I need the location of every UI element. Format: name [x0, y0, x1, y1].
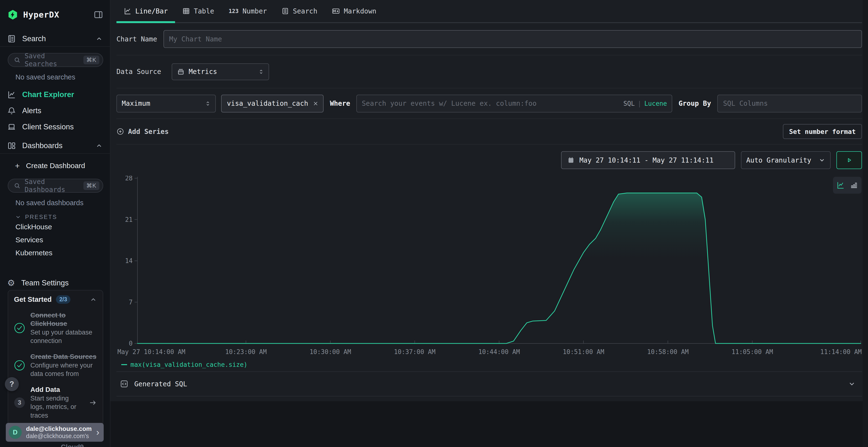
data-source-select[interactable]: Metrics [172, 63, 269, 80]
saved-dashboards-input[interactable]: Saved Dashboards ⌘K [8, 179, 103, 193]
date-range-picker[interactable]: May 27 10:14:11 - May 27 11:14:11 [561, 151, 735, 169]
app: HyperDX Search Saved Searches ⌘K No save… [0, 0, 868, 447]
saved-searches-placeholder: Saved Searches [25, 52, 80, 68]
metric-field-name: visa_validation_cach [227, 100, 308, 107]
get-started-item-desc: Set up your database connection [30, 328, 97, 345]
get-started-item-title: Create Data Sources [30, 352, 97, 361]
presets-toggle[interactable]: PRESETS [15, 214, 110, 220]
sidebar-section-dashboards[interactable]: Dashboards [0, 138, 110, 153]
legend-series-label: max(visa_validation_cache.size) [130, 361, 247, 368]
help-button[interactable]: ? [5, 377, 19, 391]
bar-chart-icon[interactable] [850, 181, 858, 189]
sidebar-collapse-icon[interactable] [94, 10, 103, 20]
line-chart-icon[interactable] [836, 181, 845, 189]
data-source-row: Data Source Metrics [117, 56, 862, 89]
svg-text:10:37:00 AM: 10:37:00 AM [394, 348, 435, 355]
main-panel: Line/Bar Table 123 Number Search [111, 0, 868, 447]
chevron-up-icon[interactable] [90, 296, 97, 303]
sidebar-item-team-settings[interactable]: ⚙ Team Settings [0, 275, 110, 291]
line-chart-icon [124, 7, 131, 15]
chevron-down-icon [848, 380, 856, 388]
preset-services[interactable]: Services [0, 233, 110, 246]
chart-type-tabs: Line/Bar Table 123 Number Search [117, 0, 862, 23]
chevron-right-icon: › [96, 428, 99, 437]
preset-clickhouse[interactable]: ClickHouse [0, 220, 110, 233]
search-icon [13, 182, 21, 189]
svg-text:10:58:00 AM: 10:58:00 AM [647, 348, 689, 355]
run-query-button[interactable] [836, 151, 862, 169]
set-number-format-button[interactable]: Set number format [783, 124, 862, 139]
search-icon [13, 56, 21, 64]
svg-text:14: 14 [125, 257, 133, 265]
journal-icon [7, 34, 16, 43]
legend-line-swatch [121, 364, 127, 365]
profile-email: dale@clickhouse.com [26, 425, 92, 433]
tab-markdown[interactable]: Markdown [324, 0, 383, 22]
data-source-value: Metrics [189, 68, 217, 76]
profile-button[interactable]: D dale@clickhouse.com dale@clickhouse.co… [6, 423, 104, 442]
sidebar-item-chart-explorer[interactable]: Chart Explorer [0, 87, 110, 103]
number-123-icon: 123 [228, 8, 239, 14]
check-circle-icon [14, 360, 25, 371]
lucene-language-option[interactable]: Lucene [644, 100, 667, 107]
sql-language-option[interactable]: SQL [623, 100, 635, 107]
query-language-toggle: SQL | Lucene [623, 100, 667, 107]
avatar: D [9, 426, 22, 439]
sidebar-item-alerts[interactable]: Alerts [0, 103, 110, 119]
page-tail [111, 401, 868, 447]
group-by-input[interactable] [717, 95, 862, 112]
dashboard-layout-icon [7, 141, 16, 150]
sidebar-section-search-label: Search [22, 34, 46, 43]
bell-icon [7, 106, 16, 115]
series-config-row: Maximum visa_validation_cach Where SQL |… [117, 89, 862, 119]
saved-searches-shortcut: ⌘K [84, 56, 99, 64]
add-series-button[interactable]: Add Series [117, 128, 169, 136]
svg-text:21: 21 [125, 216, 133, 223]
chart-name-row: Chart Name [117, 23, 862, 56]
close-icon[interactable] [312, 100, 319, 107]
metric-field-tag[interactable]: visa_validation_cach [221, 95, 323, 112]
tab-search[interactable]: Search [274, 0, 324, 22]
chart-toolbar: May 27 10:14:11 - May 27 11:14:11 Auto G… [117, 144, 862, 176]
plus-circle-icon [117, 128, 124, 135]
tab-number[interactable]: 123 Number [221, 0, 274, 22]
preset-kubernetes[interactable]: Kubernetes [0, 246, 110, 260]
svg-text:10:44:00 AM: 10:44:00 AM [478, 348, 520, 355]
sidebar-item-label: Client Sessions [22, 123, 74, 131]
sidebar-item-client-sessions[interactable]: Client Sessions [0, 119, 110, 135]
create-dashboard-button[interactable]: + Create Dashboard [0, 159, 110, 172]
tab-table[interactable]: Table [175, 0, 221, 22]
where-search-box: SQL | Lucene [356, 95, 672, 112]
svg-text:10:51:00 AM: 10:51:00 AM [563, 348, 604, 355]
chart-name-input[interactable] [163, 30, 862, 48]
svg-text:11:05:00 AM: 11:05:00 AM [732, 348, 773, 355]
check-circle-icon [14, 322, 25, 334]
tab-label: Number [243, 7, 267, 15]
tab-line-bar[interactable]: Line/Bar [117, 0, 175, 22]
get-started-title: Get Started [14, 296, 52, 304]
svg-text:May 27 10:14:00 AM: May 27 10:14:00 AM [117, 348, 185, 355]
hyperdx-logo-icon [7, 9, 18, 20]
select-updown-icon [258, 69, 264, 75]
chart-svg[interactable]: 07142128May 27 10:14:00 AM10:23:00 AM10:… [111, 176, 868, 359]
tab-label: Search [293, 7, 317, 15]
aggregation-select[interactable]: Maximum [117, 95, 216, 112]
saved-dashboards-placeholder: Saved Dashboards [25, 178, 80, 194]
saved-searches-input[interactable]: Saved Searches ⌘K [8, 53, 103, 67]
get-started-item-datasources[interactable]: Create Data Sources Configure where your… [14, 352, 97, 378]
get-started-item-connect[interactable]: Connect to ClickHouse Set up your databa… [14, 311, 97, 345]
generated-sql-row[interactable]: Generated SQL [117, 371, 862, 397]
get-started-item-title: Connect to ClickHouse [30, 311, 97, 328]
get-started-item-add-data[interactable]: 3 Add Data Start sending logs, metrics, … [14, 385, 97, 419]
no-saved-searches-note: No saved searches [16, 73, 110, 81]
scrollbar-gutter[interactable] [863, 0, 868, 447]
generated-sql-label: Generated SQL [134, 380, 187, 388]
granularity-value: Auto Granularity [746, 156, 811, 164]
sidebar-item-label: Chart Explorer [22, 90, 74, 99]
chart-legend: max(visa_validation_cache.size) [117, 359, 862, 370]
sidebar-section-search[interactable]: Search [0, 31, 110, 47]
calendar-icon [567, 157, 575, 164]
language-separator: | [638, 100, 642, 107]
where-search-input[interactable] [357, 95, 623, 112]
granularity-select[interactable]: Auto Granularity [741, 151, 831, 169]
